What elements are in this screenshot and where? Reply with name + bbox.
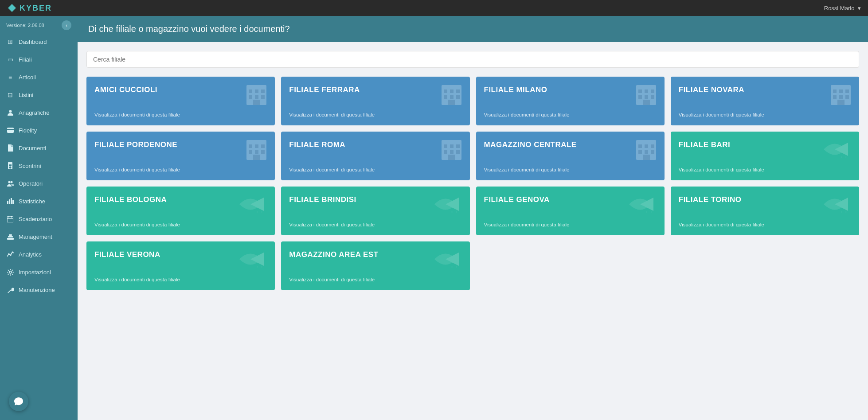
sidebar-item-documenti[interactable]: Documenti bbox=[0, 139, 78, 157]
sidebar-item-scontrini[interactable]: Scontrini bbox=[0, 157, 78, 175]
svg-rect-77 bbox=[645, 150, 648, 154]
articoli-icon: ≡ bbox=[6, 73, 14, 81]
card-subtitle: Visualizza i documenti di questa filiale bbox=[484, 222, 657, 227]
svg-point-22 bbox=[10, 255, 11, 256]
card-filiale-verona[interactable]: • • FILIALE VERONA Visualizza i document… bbox=[86, 241, 275, 290]
svg-rect-79 bbox=[643, 155, 650, 160]
svg-rect-14 bbox=[7, 217, 13, 222]
svg-rect-18 bbox=[7, 238, 14, 240]
svg-rect-39 bbox=[448, 100, 455, 105]
sidebar-item-articoli[interactable]: ≡ Articoli bbox=[0, 68, 78, 86]
sidebar-item-listini[interactable]: ⊟ Listini bbox=[0, 86, 78, 104]
search-filiale-input[interactable] bbox=[86, 51, 859, 68]
content-body: AMICI CUCCIOLI Visualizza i documenti di… bbox=[78, 42, 868, 420]
sidebar-item-management[interactable]: Management bbox=[0, 228, 78, 245]
chat-button[interactable] bbox=[9, 392, 28, 411]
card-subtitle: Visualizza i documenti di questa filiale bbox=[289, 112, 461, 117]
card-subtitle: Visualizza i documenti di questa filiale bbox=[289, 167, 461, 172]
card-title: FILIALE FERRARA bbox=[289, 86, 461, 94]
svg-marker-0 bbox=[8, 4, 16, 12]
card-subtitle: Visualizza i documenti di questa filiale bbox=[94, 167, 267, 172]
card-dots: • • bbox=[841, 155, 848, 159]
card-subtitle: Visualizza i documenti di questa filiale bbox=[484, 167, 657, 172]
svg-rect-20 bbox=[9, 234, 12, 236]
card-filiale-roma[interactable]: FILIALE ROMA Visualizza i documenti di q… bbox=[281, 132, 469, 180]
card-title: FILIALE ROMA bbox=[289, 140, 461, 149]
documenti-icon bbox=[6, 144, 14, 152]
svg-rect-3 bbox=[7, 129, 14, 130]
card-dots: • • bbox=[451, 210, 458, 214]
page-title: Di che filiale o magazzino vuoi vedere i… bbox=[88, 24, 290, 34]
card-title: MAGAZZINO AREA EST bbox=[289, 250, 461, 259]
fidelity-icon bbox=[6, 126, 14, 134]
card-subtitle: Visualizza i documenti di questa filiale bbox=[289, 277, 461, 282]
svg-rect-54 bbox=[845, 95, 849, 99]
card-filiale-novara[interactable]: FILIALE NOVARA Visualizza i documenti di… bbox=[671, 77, 859, 125]
svg-rect-38 bbox=[456, 95, 460, 99]
card-filiale-milano[interactable]: FILIALE MILANO Visualizza i documenti di… bbox=[476, 77, 665, 125]
svg-rect-15 bbox=[8, 216, 9, 218]
card-title: FILIALE TORINO bbox=[679, 195, 851, 204]
sidebar-label-management: Management bbox=[19, 233, 52, 240]
svg-rect-46 bbox=[651, 95, 654, 99]
sidebar-item-anagrafiche[interactable]: Anagrafiche bbox=[0, 104, 78, 121]
listini-icon: ⊟ bbox=[6, 91, 14, 99]
svg-rect-28 bbox=[249, 95, 252, 99]
svg-point-7 bbox=[9, 167, 12, 169]
sidebar-item-fidelity[interactable]: Fidelity bbox=[0, 121, 78, 139]
card-title: FILIALE BARI bbox=[679, 140, 851, 149]
user-caret-icon: ▾ bbox=[858, 5, 861, 12]
card-subtitle: Visualizza i documenti di questa filiale bbox=[94, 277, 267, 282]
sidebar-collapse-button[interactable]: ‹ bbox=[62, 20, 71, 30]
sidebar-label-dashboard: Dashboard bbox=[19, 39, 47, 45]
svg-rect-76 bbox=[638, 150, 642, 154]
card-title: FILIALE MILANO bbox=[484, 86, 657, 94]
svg-point-9 bbox=[10, 181, 12, 183]
sidebar-item-operatori[interactable]: Operatori bbox=[0, 175, 78, 192]
card-amici-cuccioli[interactable]: AMICI CUCCIOLI Visualizza i documenti di… bbox=[86, 77, 275, 125]
sidebar-item-filiali[interactable]: ▭ Filiali bbox=[0, 51, 78, 68]
manutenzione-icon bbox=[6, 286, 14, 294]
chat-icon bbox=[14, 397, 23, 406]
card-magazzino-centrale[interactable]: MAGAZZINO CENTRALE Visualizza i document… bbox=[476, 132, 665, 180]
card-filiale-ferrara[interactable]: FILIALE FERRARA Visualizza i documenti d… bbox=[281, 77, 469, 125]
statistiche-icon bbox=[6, 197, 14, 205]
sidebar-label-manutenzione: Manutenzione bbox=[19, 287, 55, 293]
svg-rect-16 bbox=[11, 216, 12, 218]
anagrafiche-icon bbox=[6, 109, 14, 117]
svg-rect-12 bbox=[11, 198, 12, 204]
scontrini-icon bbox=[6, 162, 14, 170]
card-filiale-bologna[interactable]: • • FILIALE BOLOGNA Visualizza i documen… bbox=[86, 187, 275, 235]
card-dots: • • bbox=[841, 210, 848, 214]
sidebar: Versione: 2.06.08 ‹ ⊞ Dashboard ▭ Filial… bbox=[0, 16, 78, 420]
sidebar-item-statistiche[interactable]: Statistiche bbox=[0, 192, 78, 210]
user-menu[interactable]: Rossi Mario ▾ bbox=[822, 5, 861, 12]
sidebar-item-manutenzione[interactable]: Manutenzione bbox=[0, 281, 78, 299]
card-filiale-torino[interactable]: • • FILIALE TORINO Visualizza i document… bbox=[671, 187, 859, 235]
cards-grid: AMICI CUCCIOLI Visualizza i documenti di… bbox=[86, 77, 859, 290]
sidebar-item-dashboard[interactable]: ⊞ Dashboard bbox=[0, 33, 78, 51]
card-filiale-bari[interactable]: • • FILIALE BARI Visualizza i documenti … bbox=[671, 132, 859, 180]
svg-rect-36 bbox=[444, 95, 447, 99]
user-name: Rossi Mario bbox=[824, 5, 855, 12]
svg-rect-60 bbox=[249, 150, 252, 154]
card-dots: • • bbox=[256, 210, 263, 214]
svg-rect-17 bbox=[7, 218, 13, 219]
card-subtitle: Visualizza i documenti di questa filiale bbox=[94, 112, 267, 117]
svg-point-8 bbox=[8, 181, 10, 183]
svg-rect-62 bbox=[261, 150, 265, 154]
svg-rect-19 bbox=[8, 236, 13, 237]
sidebar-item-scadenziario[interactable]: Scadenziario bbox=[0, 210, 78, 228]
sidebar-item-analytics[interactable]: Analytics bbox=[0, 245, 78, 263]
card-subtitle: Visualizza i documenti di questa filiale bbox=[679, 167, 851, 172]
sidebar-label-operatori: Operatori bbox=[19, 180, 43, 187]
operatori-icon bbox=[6, 179, 14, 187]
card-filiale-pordenone[interactable]: FILIALE PORDENONE Visualizza i documenti… bbox=[86, 132, 275, 180]
sidebar-label-fidelity: Fidelity bbox=[19, 127, 37, 134]
card-filiale-genova[interactable]: • • FILIALE GENOVA Visualizza i document… bbox=[476, 187, 665, 235]
sidebar-item-impostazioni[interactable]: Impostazioni bbox=[0, 263, 78, 281]
card-filiale-brindisi[interactable]: • • FILIALE BRINDISI Visualizza i docume… bbox=[281, 187, 469, 235]
svg-rect-6 bbox=[9, 165, 12, 166]
card-magazzino-area-est[interactable]: • • MAGAZZINO AREA EST Visualizza i docu… bbox=[281, 241, 469, 290]
svg-rect-44 bbox=[638, 95, 642, 99]
